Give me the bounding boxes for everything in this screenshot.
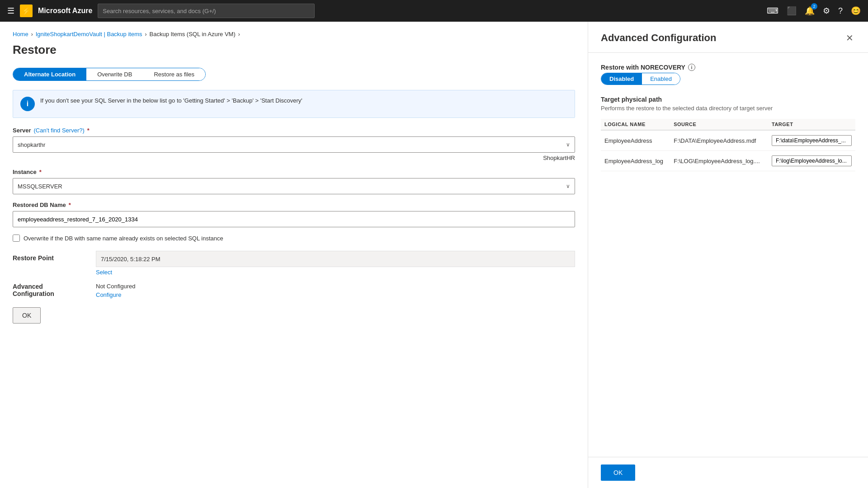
ok-button[interactable]: OK (13, 307, 41, 324)
cell-target[interactable] (768, 130, 855, 151)
info-icon: i (20, 97, 35, 111)
search-bar[interactable] (98, 4, 315, 18)
restore-tab-switcher: Alternate Location Overwrite DB Restore … (13, 68, 206, 81)
hamburger-menu-icon[interactable]: ☰ (7, 6, 14, 16)
page-title: Restore (13, 43, 575, 57)
target-input-1[interactable] (772, 155, 852, 166)
breadcrumb-vault[interactable]: IgniteShopkartDemoVault | Backup items (36, 31, 142, 38)
table-row: EmployeeAddress_log F:\LOG\EmployeeAddre… (601, 151, 855, 171)
cloud-shell-icon[interactable]: ⬛ (787, 6, 797, 16)
terminal-icon[interactable]: ⌨ (767, 6, 778, 16)
adv-config-row-label: Advanced Configuration (13, 283, 85, 297)
restore-point-label: Restore Point (13, 251, 85, 262)
cell-target[interactable] (768, 151, 855, 171)
breadcrumb-sep-1: › (31, 31, 33, 38)
toggle-disabled[interactable]: Disabled (601, 73, 642, 84)
azure-logo-icon: ⚡ (20, 5, 33, 17)
server-dropdown[interactable]: shopkarthr ∨ (13, 136, 575, 153)
instance-required-star: * (39, 169, 42, 175)
target-input-0[interactable] (772, 135, 852, 146)
norecovery-section-title: Restore with NORECOVERY i (601, 64, 855, 71)
server-dropdown-value: shopkarthr (18, 141, 45, 148)
server-dropdown-chevron: ∨ (566, 141, 570, 148)
adv-config-ok-button[interactable]: OK (601, 465, 635, 481)
server-required-star: * (87, 127, 90, 134)
restored-db-label: Restored DB Name * (13, 202, 575, 208)
left-panel: Home › IgniteShopkartDemoVault | Backup … (0, 22, 588, 488)
restored-db-input[interactable] (13, 211, 575, 227)
restored-db-field-group: Restored DB Name * (13, 202, 575, 227)
server-label: Server (Can't find Server?) * (13, 127, 575, 134)
right-panel-title: Advanced Configuration (601, 32, 716, 44)
instance-label: Instance * (13, 169, 575, 175)
target-path-desc: Performs the restore to the selected dat… (601, 105, 855, 112)
overwrite-checkbox[interactable] (13, 235, 20, 242)
settings-icon[interactable]: ⚙ (823, 6, 830, 16)
page-layout: Home › IgniteShopkartDemoVault | Backup … (0, 22, 868, 488)
cell-source: F:\DATA\EmployeeAddress.mdf (670, 130, 768, 151)
info-box: i If you don't see your SQL Server in th… (13, 90, 575, 118)
target-path-title: Target physical path (601, 96, 855, 103)
restore-point-value: 7/15/2020, 5:18:22 PM Select (96, 251, 575, 276)
app-title: Microsoft Azure (38, 7, 92, 15)
cell-logical-name: EmployeeAddress_log (601, 151, 670, 171)
account-icon[interactable]: 😊 (851, 6, 861, 16)
bottom-ok-area: OK (13, 307, 575, 324)
norecovery-info-icon[interactable]: i (688, 64, 695, 71)
topnav: ☰ ⚡ Microsoft Azure ⌨ ⬛ 🔔 2 ⚙ ? 😊 (0, 0, 868, 22)
col-logical-name: LOGICAL NAME (601, 119, 670, 130)
tab-restore-as-files[interactable]: Restore as files (143, 68, 205, 80)
overwrite-checkbox-label[interactable]: Overwrite if the DB with same name alrea… (24, 235, 223, 242)
norecovery-toggle: Disabled Enabled (601, 73, 680, 85)
restore-point-row: Restore Point 7/15/2020, 5:18:22 PM Sele… (13, 251, 575, 276)
adv-config-row: Advanced Configuration Not Configured Co… (13, 283, 575, 298)
configure-link[interactable]: Configure (96, 291, 575, 298)
adv-config-row-value: Not Configured Configure (96, 283, 575, 298)
col-source: SOURCE (670, 119, 768, 130)
tab-overwrite-db[interactable]: Overwrite DB (86, 68, 143, 80)
select-link[interactable]: Select (96, 269, 575, 276)
help-icon[interactable]: ? (838, 6, 843, 16)
cell-logical-name: EmployeeAddress (601, 130, 670, 151)
nav-icons: ⌨ ⬛ 🔔 2 ⚙ ? 😊 (767, 6, 861, 16)
cell-source: F:\LOG\EmployeeAddress_log.... (670, 151, 768, 171)
right-panel: Advanced Configuration ✕ Restore with NO… (588, 22, 868, 488)
breadcrumb-home[interactable]: Home (13, 31, 28, 38)
right-panel-body: Restore with NORECOVERY i Disabled Enabl… (588, 53, 868, 457)
tab-alternate-location[interactable]: Alternate Location (13, 68, 86, 80)
breadcrumb-sep-3: › (238, 31, 240, 38)
config-table-header: LOGICAL NAME SOURCE TARGET (601, 119, 855, 130)
adv-config-status: Not Configured (96, 283, 575, 290)
instance-field-group: Instance * MSSQLSERVER ∨ (13, 169, 575, 194)
server-hint: ShopkartHR (13, 155, 575, 161)
toggle-enabled[interactable]: Enabled (642, 73, 680, 84)
notification-badge: 2 (811, 3, 817, 9)
config-table-body: EmployeeAddress F:\DATA\EmployeeAddress.… (601, 130, 855, 171)
right-panel-header: Advanced Configuration ✕ (588, 22, 868, 53)
instance-dropdown[interactable]: MSSQLSERVER ∨ (13, 178, 575, 194)
restore-point-input: 7/15/2020, 5:18:22 PM (96, 251, 575, 267)
col-target: TARGET (768, 119, 855, 130)
breadcrumb: Home › IgniteShopkartDemoVault | Backup … (13, 31, 575, 38)
breadcrumb-current: Backup Items (SQL in Azure VM) (150, 31, 236, 38)
right-panel-footer: OK (588, 457, 868, 488)
config-table: LOGICAL NAME SOURCE TARGET EmployeeAddre… (601, 119, 855, 171)
server-field-group: Server (Can't find Server?) * shopkarthr… (13, 127, 575, 161)
search-input[interactable] (103, 8, 310, 14)
table-row: EmployeeAddress F:\DATA\EmployeeAddress.… (601, 130, 855, 151)
restored-db-required-star: * (69, 202, 71, 208)
breadcrumb-sep-2: › (145, 31, 147, 38)
overwrite-checkbox-row: Overwrite if the DB with same name alrea… (13, 235, 575, 242)
cant-find-server-link[interactable]: (Can't find Server?) (33, 127, 84, 134)
instance-dropdown-value: MSSQLSERVER (18, 183, 62, 190)
close-button[interactable]: ✕ (844, 31, 855, 45)
instance-dropdown-chevron: ∨ (566, 183, 570, 189)
notification-icon[interactable]: 🔔 2 (805, 6, 815, 16)
info-text: If you don't see your SQL Server in the … (40, 97, 302, 105)
